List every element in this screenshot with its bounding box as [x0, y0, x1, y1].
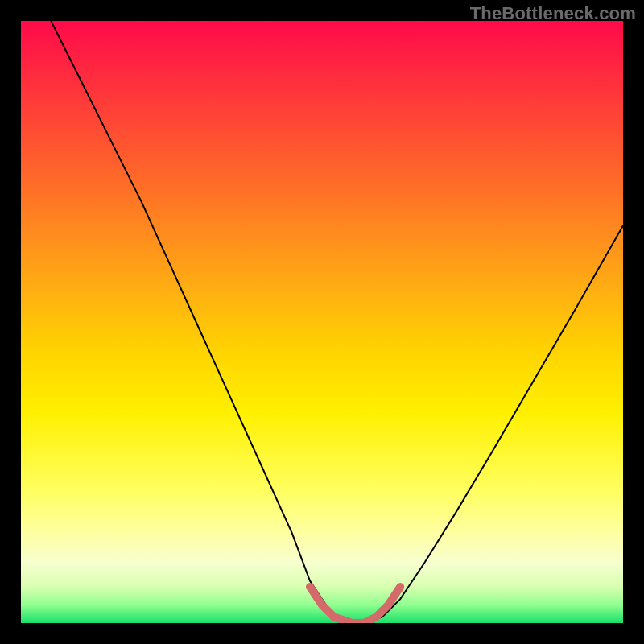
- plot-area: [21, 21, 623, 623]
- chart-stage: TheBottleneck.com: [0, 0, 644, 644]
- bottleneck-curve: [51, 21, 623, 623]
- optimal-zone-curve: [310, 587, 400, 623]
- curve-layer: [21, 21, 623, 623]
